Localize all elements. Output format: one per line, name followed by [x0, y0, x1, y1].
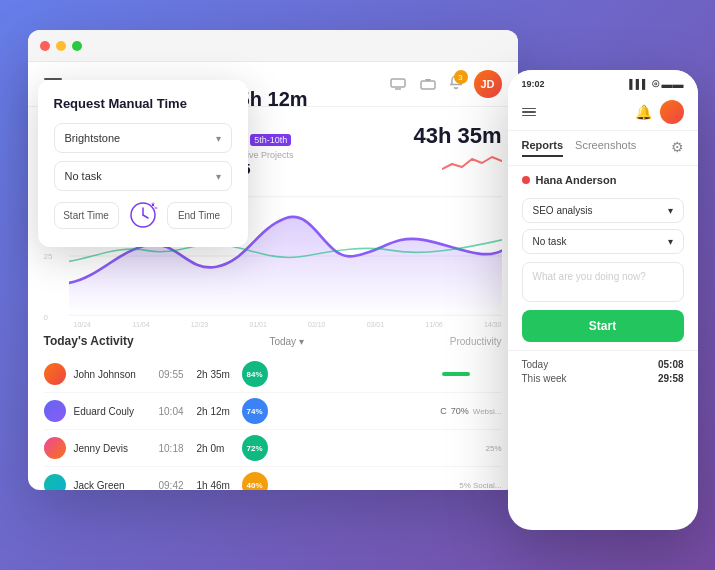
tab-reports[interactable]: Reports: [522, 139, 564, 157]
week-value: 29:58: [658, 373, 684, 384]
user-name: Jack Green: [74, 480, 159, 491]
svg-marker-3: [425, 79, 431, 81]
week-badge: 5th-10th: [250, 134, 291, 146]
mobile-placeholder: What are you doing now?: [533, 271, 646, 282]
mobile-tabs: Reports Screenshots ⚙: [508, 131, 698, 166]
mobile-hamburger-icon[interactable]: [522, 108, 536, 117]
dialog-title: Request Manual Time: [54, 96, 232, 111]
table-row: John Johnson 09:55 2h 35m 84%: [44, 356, 502, 393]
mobile-user-name: Hana Anderson: [536, 174, 617, 186]
mobile-user-row: Hana Anderson: [508, 166, 698, 194]
project-label: Brightstone: [65, 132, 121, 144]
online-status-dot: [522, 176, 530, 184]
table-row: Eduard Couly 10:04 2h 12m 74% C 70% Webs…: [44, 393, 502, 430]
window-titlebar: [28, 30, 518, 62]
productivity-col-label: Productivity: [450, 336, 502, 347]
activity-header: Today's Activity Today ▾ Productivity: [44, 334, 502, 348]
mobile-task-label: No task: [533, 236, 567, 247]
task-label: No task: [65, 170, 102, 182]
svg-rect-0: [391, 79, 405, 87]
mobile-user-avatar[interactable]: [660, 100, 684, 124]
mini-chart-secondary: [442, 149, 502, 174]
mobile-status-bar: 19:02 ▌▌▌ ⦾ ▬▬: [508, 70, 698, 94]
project-select[interactable]: Brightstone ▾: [54, 123, 232, 153]
table-row: Jenny Devis 10:18 2h 0m 72% 25%: [44, 430, 502, 467]
mobile-footer: Today 05:08 This week 29:58: [508, 350, 698, 395]
clock-icon: [127, 199, 159, 231]
manual-time-dialog: Request Manual Time Brightstone ▾ No tas…: [38, 80, 248, 247]
user-avatar[interactable]: JD: [474, 70, 502, 98]
minimize-dot[interactable]: [56, 41, 66, 51]
svg-rect-2: [421, 81, 435, 89]
avatar: [44, 400, 66, 422]
user-name: Eduard Couly: [74, 406, 159, 417]
notification-count: 3: [454, 70, 468, 84]
camera-icon: [418, 74, 438, 94]
progress-circle: 40%: [242, 472, 268, 490]
close-dot[interactable]: [40, 41, 50, 51]
avatar: [44, 363, 66, 385]
mobile-bell-icon[interactable]: 🔔: [635, 104, 652, 120]
chevron-down-icon: ▾: [216, 133, 221, 144]
prod-bars: [442, 372, 502, 376]
this-week-row: This week 29:58: [522, 373, 684, 384]
mobile-nav: 🔔: [508, 94, 698, 131]
user-name: John Johnson: [74, 369, 159, 380]
today-label: Today: [522, 359, 549, 370]
mobile-activity-input[interactable]: What are you doing now?: [522, 262, 684, 302]
start-time-button[interactable]: Start Time: [54, 202, 119, 229]
today-filter[interactable]: Today ▾: [269, 336, 304, 347]
monitor-icon: [388, 74, 408, 94]
progress-circle: 72%: [242, 435, 268, 461]
start-button[interactable]: Start: [522, 310, 684, 342]
chevron-down-icon: ▾: [668, 205, 673, 216]
today-row: Today 05:08: [522, 359, 684, 370]
user-name: Jenny Devis: [74, 443, 159, 454]
today-value: 05:08: [658, 359, 684, 370]
notification-bell[interactable]: 3: [448, 74, 464, 94]
progress-circle: 84%: [242, 361, 268, 387]
mobile-panel: 19:02 ▌▌▌ ⦾ ▬▬ 🔔 Reports Screenshots ⚙: [508, 70, 698, 530]
chart-x-labels: 10/24 11/04 12/23 01/01 02/10 03/01 11/0…: [74, 321, 502, 328]
activity-section: Today's Activity Today ▾ Productivity Jo…: [44, 334, 502, 490]
time-buttons-row: Start Time End Time: [54, 199, 232, 231]
tab-screenshots[interactable]: Screenshots: [575, 139, 636, 157]
chevron-down-icon: ▾: [668, 236, 673, 247]
progress-circle: 74%: [242, 398, 268, 424]
svg-line-9: [143, 215, 148, 218]
task-select[interactable]: No task ▾: [54, 161, 232, 191]
mobile-signal-icons: ▌▌▌ ⦾ ▬▬: [629, 78, 683, 90]
activity-title: Today's Activity: [44, 334, 134, 348]
chevron-down-icon: ▾: [216, 171, 221, 182]
table-row: Jack Green 09:42 1h 46m 40% 5% Social...: [44, 467, 502, 490]
avatar: [44, 474, 66, 490]
mobile-project-label: SEO analysis: [533, 205, 593, 216]
mobile-settings-icon[interactable]: ⚙: [671, 139, 684, 157]
avatar: [44, 437, 66, 459]
mobile-task-select[interactable]: No task ▾: [522, 229, 684, 254]
maximize-dot[interactable]: [72, 41, 82, 51]
mobile-project-select[interactable]: SEO analysis ▾: [522, 198, 684, 223]
mobile-time: 19:02: [522, 79, 545, 89]
week-label: This week: [522, 373, 567, 384]
total-hours-secondary: 43h 35m: [413, 123, 501, 149]
end-time-button[interactable]: End Time: [167, 202, 232, 229]
